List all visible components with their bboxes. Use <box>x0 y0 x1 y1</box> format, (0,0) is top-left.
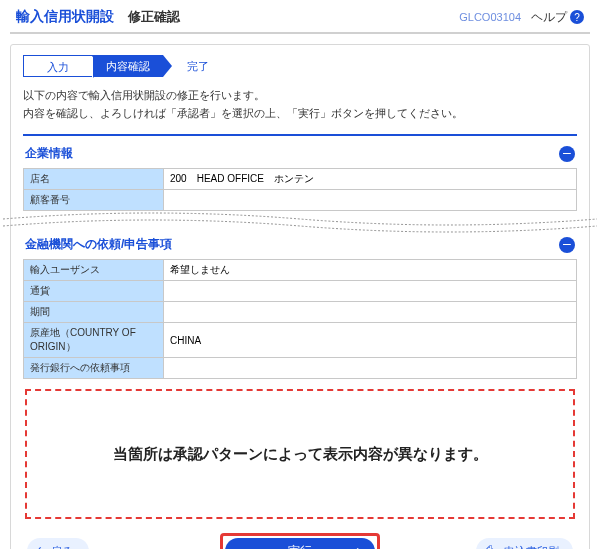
request-table: 輸入ユーザンス希望しません 通貨 期間 原産地（COUNTRY OF ORIGI… <box>23 259 577 379</box>
step-done: 完了 <box>163 55 233 77</box>
collapse-icon[interactable]: – <box>559 237 575 253</box>
intro-text: 以下の内容で輸入信用状開設の修正を行います。 内容を確認し、よろしければ「承認者… <box>23 87 577 122</box>
step-confirm: 内容確認 <box>93 55 163 77</box>
back-button[interactable]: 戻る <box>27 538 89 549</box>
divider <box>10 32 590 34</box>
table-row: 期間 <box>24 302 577 323</box>
table-row: 店名200 HEAD OFFICE ホンテン <box>24 169 577 190</box>
approval-notice-text: 当箇所は承認パターンによって表示内容が異なります。 <box>113 445 488 464</box>
table-row: 発行銀行への依頼事項 <box>24 358 577 379</box>
section-request-title: 金融機関への依頼/申告事項 <box>25 236 172 253</box>
table-row: 原産地（COUNTRY OF ORIGIN）CHINA <box>24 323 577 358</box>
top-bar: 輸入信用状開設 修正確認 GLCO03104 ヘルプ? <box>0 0 600 32</box>
exec-highlight: 実行 <box>220 533 380 549</box>
table-row: 通貨 <box>24 281 577 302</box>
execute-button[interactable]: 実行 <box>225 538 375 549</box>
content-omitted-wave <box>3 211 597 233</box>
help-icon: ? <box>570 10 584 24</box>
section-request-header: 金融機関への依頼/申告事項 – <box>23 233 577 259</box>
collapse-icon[interactable]: – <box>559 146 575 162</box>
main-card: 入力 内容確認 完了 以下の内容で輸入信用状開設の修正を行います。 内容を確認し… <box>10 44 590 549</box>
section-company-header: 企業情報 – <box>23 142 577 168</box>
screen-code: GLCO03104 <box>459 11 521 23</box>
approval-notice-box: 当箇所は承認パターンによって表示内容が異なります。 <box>25 389 575 519</box>
table-row: 顧客番号 <box>24 190 577 211</box>
button-row: 戻る 実行 申込書印刷 <box>23 533 577 549</box>
help-link[interactable]: ヘルプ? <box>531 9 584 26</box>
page-title: 輸入信用状開設 <box>16 8 114 26</box>
print-button[interactable]: 申込書印刷 <box>476 538 573 549</box>
section-company-title: 企業情報 <box>25 145 73 162</box>
step-indicator: 入力 内容確認 完了 <box>23 55 577 77</box>
step-input: 入力 <box>23 55 93 77</box>
company-table: 店名200 HEAD OFFICE ホンテン 顧客番号 <box>23 168 577 211</box>
table-row: 輸入ユーザンス希望しません <box>24 260 577 281</box>
page-subtitle: 修正確認 <box>128 8 180 26</box>
